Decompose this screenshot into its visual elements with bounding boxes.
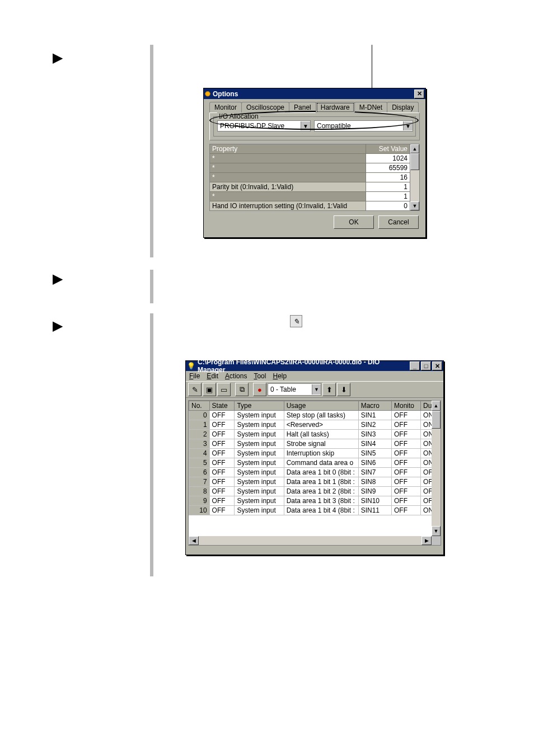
scroll-down-icon[interactable]: ▼ (432, 526, 441, 536)
cell: SIN2 (358, 420, 391, 430)
property-value[interactable]: 1 (366, 182, 410, 191)
close-button[interactable]: ✕ (432, 361, 442, 370)
scroll-track[interactable] (432, 429, 441, 526)
table-row[interactable]: 7OFFSystem inputData area 1 bit 1 (8bit … (189, 477, 441, 487)
tab-mdnet[interactable]: M-DNet (354, 102, 387, 112)
scroll-track[interactable] (410, 170, 419, 201)
minimize-button[interactable]: _ (410, 361, 420, 370)
property-value[interactable]: 1 (366, 192, 410, 201)
menu-file[interactable]: File (189, 372, 200, 380)
column-header[interactable]: Macro (358, 401, 391, 411)
column-header[interactable]: Type (235, 401, 284, 411)
maximize-button[interactable]: □ (421, 361, 431, 370)
menu-tool[interactable]: Tool (254, 372, 266, 380)
table-row[interactable]: 3OFFSystem inputStrobe signalSIN4OFFON (189, 439, 441, 449)
tab-hardware[interactable]: Hardware (316, 102, 355, 113)
cell: System input (235, 468, 284, 477)
cancel-button[interactable]: Cancel (378, 215, 419, 229)
cell: OFF (209, 487, 235, 496)
cell: System input (235, 411, 284, 420)
table-row[interactable]: 10OFFSystem inputData area 1 bit 4 (8bit… (189, 506, 441, 515)
property-row[interactable]: *16 (210, 172, 410, 182)
property-row[interactable]: Parity bit (0:Invalid, 1:Valid)1 (210, 182, 410, 191)
table-row[interactable]: 9OFFSystem inputData area 1 bit 3 (8bit … (189, 496, 441, 506)
table-row[interactable]: 8OFFSystem inputData area 1 bit 2 (8bit … (189, 487, 441, 496)
property-value[interactable]: 0 (366, 201, 410, 210)
table-row[interactable]: 2OFFSystem inputHalt (all tasks)SIN3OFFO… (189, 430, 441, 439)
cell: Command data area o (284, 458, 358, 468)
cell: Data area 1 bit 2 (8bit : (284, 487, 358, 496)
tool-icon-3[interactable]: ▭ (217, 383, 231, 396)
table-row[interactable]: 5OFFSystem inputCommand data area oSIN6O… (189, 458, 441, 468)
cell: Data area 1 bit 4 (8bit : (284, 506, 358, 515)
scroll-up-icon[interactable]: ▲ (432, 401, 441, 411)
table-row[interactable]: 4OFFSystem inputInterruption skipSIN5OFF… (189, 449, 441, 458)
close-button[interactable]: ✕ (414, 90, 424, 98)
menu-help[interactable]: Help (273, 372, 287, 380)
ok-button[interactable]: OK (334, 215, 374, 229)
cell: SIN7 (358, 468, 391, 477)
chevron-down-icon[interactable]: ▼ (312, 384, 321, 395)
tab-panel[interactable]: Panel (289, 102, 316, 112)
table-row[interactable]: 6OFFSystem inputData area 1 bit 0 (8bit … (189, 468, 441, 477)
scroll-left-icon[interactable]: ◀ (189, 536, 199, 545)
scroll-thumb[interactable] (410, 153, 419, 170)
tab-oscilloscope[interactable]: Oscilloscope (241, 102, 289, 112)
column-header[interactable]: No. (189, 401, 210, 411)
property-name: * (210, 154, 366, 163)
io-bus-combo[interactable]: ▼ (217, 120, 311, 132)
property-name: * (210, 173, 366, 182)
property-value[interactable]: 16 (366, 173, 410, 182)
property-row[interactable]: *1024 (210, 153, 410, 163)
property-row[interactable]: Hand IO interruption setting (0:Invalid,… (210, 201, 410, 210)
table-row[interactable]: 0OFFSystem inputStep stop (all tasks)SIN… (189, 411, 441, 420)
scroll-down-icon[interactable]: ▼ (410, 201, 419, 210)
tool-icon[interactable]: ✎ (290, 315, 302, 327)
vertical-scrollbar[interactable]: ▲ ▼ (432, 401, 441, 536)
property-row[interactable]: *1 (210, 191, 410, 201)
property-name: * (210, 163, 366, 172)
property-name: Parity bit (0:Invalid, 1:Valid) (210, 182, 366, 191)
table-select-combo[interactable]: ▼ (268, 383, 321, 396)
move-up-button[interactable]: ⬆ (322, 383, 336, 396)
tab-display[interactable]: Display (387, 102, 419, 112)
io-grid: No.StateTypeUsageMacroMonitoDu 0OFFSyste… (188, 400, 441, 546)
menu-actions[interactable]: Actions (225, 372, 247, 380)
scroll-up-icon[interactable]: ▲ (410, 144, 419, 153)
cell: Step stop (all tasks) (284, 411, 358, 420)
cell: OFF (392, 506, 421, 515)
scroll-thumb[interactable] (432, 411, 441, 429)
move-down-button[interactable]: ⬇ (337, 383, 350, 396)
column-header[interactable]: Monito (392, 401, 421, 411)
cell: OFF (392, 439, 421, 449)
menu-edit[interactable]: Edit (207, 372, 218, 380)
scroll-track[interactable] (199, 536, 421, 545)
cell: OFF (209, 449, 235, 458)
chevron-down-icon[interactable]: ▼ (301, 121, 310, 130)
property-row[interactable]: *65599 (210, 163, 410, 172)
cell: OFF (209, 477, 235, 487)
tool-icon-1[interactable]: ✎ (188, 383, 202, 396)
io-mode-combo[interactable]: ▼ (314, 120, 413, 132)
column-header[interactable]: Usage (284, 401, 358, 411)
bullet-arrow-icon: ▶ (53, 271, 63, 287)
horizontal-scrollbar[interactable]: ◀ ▶ (189, 536, 432, 545)
property-value[interactable]: 65599 (366, 163, 410, 172)
tool-icon-4[interactable]: ⧉ (235, 383, 249, 396)
tabstrip: Monitor Oscilloscope Panel Hardware M-DN… (204, 99, 425, 112)
property-value[interactable]: 1024 (366, 154, 410, 163)
window-title: C:\Program Files\WINCAPS2\IRA-0000\IRA-0… (198, 358, 409, 374)
cell: Data area 1 bit 0 (8bit : (284, 468, 358, 477)
scroll-right-icon[interactable]: ▶ (421, 536, 432, 545)
tool-icon-2[interactable]: ▣ (203, 383, 216, 396)
vertical-scrollbar[interactable]: ▲ ▼ (410, 144, 420, 211)
bulb-icon: 💡 (187, 362, 195, 370)
tab-monitor[interactable]: Monitor (209, 102, 242, 112)
tool-icon-5[interactable]: ● (253, 383, 266, 396)
chevron-down-icon[interactable]: ▼ (403, 121, 413, 130)
property-name: * (210, 192, 366, 201)
cell: 1 (189, 420, 210, 430)
cell: OFF (392, 496, 421, 506)
table-row[interactable]: 1OFFSystem input<Reserved>SIN2OFFON (189, 420, 441, 430)
column-header[interactable]: State (209, 401, 235, 411)
